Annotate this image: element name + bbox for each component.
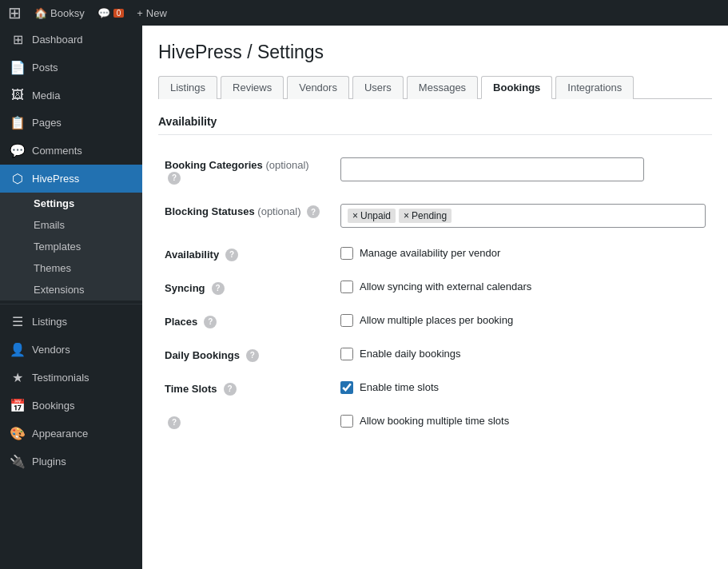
- time-slots-checkbox-label: Enable time slots: [360, 381, 439, 393]
- sidebar: ⊞ Dashboard 📄 Posts 🖼 Media 📋 Pages 💬 Co…: [0, 26, 142, 569]
- plugins-icon: 🔌: [10, 454, 26, 469]
- media-icon: 🖼: [10, 88, 26, 102]
- tab-listings[interactable]: Listings: [158, 76, 217, 99]
- availability-label: Availability ?: [158, 237, 334, 271]
- daily-bookings-row: Daily Bookings ? Enable daily bookings: [158, 338, 712, 372]
- submenu-settings[interactable]: Settings: [0, 193, 142, 214]
- site-name[interactable]: 🏠 Booksy: [34, 7, 85, 19]
- sidebar-item-media[interactable]: 🖼 Media: [0, 82, 142, 109]
- booking-categories-row: Booking Categories (optional) ?: [158, 148, 712, 194]
- sidebar-item-plugins[interactable]: 🔌 Plugins: [0, 448, 142, 475]
- bookings-icon: 📅: [10, 398, 26, 413]
- time-slots-checkbox[interactable]: [340, 381, 353, 394]
- blocking-statuses-label: Blocking Statuses (optional) ?: [158, 194, 334, 237]
- syncing-row: Syncing ? Allow syncing with external ca…: [158, 271, 712, 304]
- daily-bookings-checkbox-label: Enable daily bookings: [360, 348, 460, 360]
- sidebar-item-dashboard[interactable]: ⊞ Dashboard: [0, 26, 142, 54]
- submenu-extensions[interactable]: Extensions: [0, 279, 142, 300]
- syncing-label: Syncing ?: [158, 271, 334, 304]
- time-slots-row: Time Slots ? Enable time slots: [158, 372, 712, 405]
- availability-checkbox[interactable]: [340, 247, 353, 260]
- daily-bookings-checkbox[interactable]: [340, 348, 353, 360]
- tab-reviews[interactable]: Reviews: [221, 76, 284, 99]
- syncing-checkbox-label: Allow syncing with external calendars: [360, 281, 531, 292]
- listings-icon: ☰: [10, 314, 26, 329]
- home-icon: 🏠: [34, 7, 47, 19]
- submenu-themes[interactable]: Themes: [0, 257, 142, 279]
- vendors-icon: 👤: [10, 342, 26, 357]
- multiple-time-slots-row: ? Allow booking multiple time slots: [158, 405, 712, 439]
- multiple-time-slots-label: ?: [158, 405, 334, 439]
- booking-categories-help[interactable]: ?: [168, 172, 181, 185]
- syncing-checkbox-row: Allow syncing with external calendars: [340, 281, 706, 293]
- sidebar-item-listings[interactable]: ☰ Listings: [0, 308, 142, 336]
- comments-adminbar[interactable]: 💬 0: [97, 7, 125, 19]
- syncing-help[interactable]: ?: [212, 282, 225, 295]
- places-row: Places ? Allow multiple places per booki…: [158, 304, 712, 338]
- sidebar-item-comments[interactable]: 💬 Comments: [0, 137, 142, 165]
- comment-bubble-icon: 💬: [97, 7, 110, 19]
- sidebar-item-pages[interactable]: 📋 Pages: [0, 109, 142, 137]
- sidebar-item-testimonials[interactable]: ★ Testimonials: [0, 364, 142, 392]
- multiple-time-slots-checkbox-label: Allow booking multiple time slots: [360, 415, 509, 427]
- syncing-checkbox[interactable]: [340, 281, 353, 293]
- tab-bookings[interactable]: Bookings: [481, 76, 552, 99]
- sidebar-item-hivepress[interactable]: ⬡ HivePress: [0, 165, 142, 193]
- submenu-templates[interactable]: Templates: [0, 236, 142, 257]
- sidebar-item-posts[interactable]: 📄 Posts: [0, 54, 142, 82]
- places-checkbox[interactable]: [340, 314, 353, 327]
- posts-icon: 📄: [10, 60, 26, 75]
- multiple-time-slots-checkbox-row: Allow booking multiple time slots: [340, 415, 706, 428]
- tab-vendors[interactable]: Vendors: [287, 76, 349, 99]
- tab-users[interactable]: Users: [352, 76, 404, 99]
- daily-bookings-label: Daily Bookings ?: [158, 338, 334, 372]
- tag-pending: × Pending: [399, 209, 452, 223]
- sidebar-item-vendors[interactable]: 👤 Vendors: [0, 336, 142, 364]
- multiple-time-slots-help[interactable]: ?: [168, 416, 181, 429]
- places-checkbox-label: Allow multiple places per booking: [360, 314, 513, 326]
- places-label: Places ?: [158, 304, 334, 338]
- blocking-statuses-input[interactable]: × Unpaid × Pending: [340, 204, 706, 228]
- new-content-button[interactable]: + New: [137, 7, 167, 19]
- time-slots-checkbox-row: Enable time slots: [340, 381, 706, 394]
- tab-integrations[interactable]: Integrations: [555, 76, 634, 99]
- testimonials-icon: ★: [10, 370, 26, 385]
- page-title: HivePress / Settings: [158, 42, 712, 63]
- blocking-statuses-row: Blocking Statuses (optional) ? × Unpaid: [158, 194, 712, 237]
- time-slots-label: Time Slots ?: [158, 372, 334, 405]
- hivepress-submenu: Settings Emails Templates Themes Extensi…: [0, 193, 142, 300]
- time-slots-help[interactable]: ?: [224, 383, 237, 396]
- booking-categories-input[interactable]: [340, 157, 644, 181]
- multiple-time-slots-checkbox[interactable]: [340, 415, 353, 428]
- settings-tabs: Listings Reviews Vendors Users Messages …: [158, 76, 712, 99]
- tag-unpaid: × Unpaid: [348, 209, 396, 223]
- settings-form: Booking Categories (optional) ? Blocking…: [158, 148, 712, 439]
- blocking-statuses-help[interactable]: ?: [307, 205, 320, 218]
- places-help[interactable]: ?: [204, 316, 217, 328]
- sidebar-item-bookings[interactable]: 📅 Bookings: [0, 392, 142, 420]
- availability-row: Availability ? Manage availability per v…: [158, 237, 712, 271]
- main-content: HivePress / Settings Listings Reviews Ve…: [142, 26, 728, 569]
- availability-section-title: Availability: [158, 115, 712, 135]
- availability-checkbox-label: Manage availability per vendor: [360, 247, 500, 259]
- appearance-icon: 🎨: [10, 426, 26, 441]
- wp-logo[interactable]: ⊞: [8, 3, 22, 22]
- sidebar-item-appearance[interactable]: 🎨 Appearance: [0, 420, 142, 448]
- pages-icon: 📋: [10, 115, 26, 130]
- dashboard-icon: ⊞: [10, 32, 26, 47]
- hivepress-icon: ⬡: [10, 171, 26, 186]
- tab-messages[interactable]: Messages: [407, 76, 478, 99]
- submenu-emails[interactable]: Emails: [0, 214, 142, 236]
- comments-icon: 💬: [10, 143, 26, 158]
- admin-bar: ⊞ 🏠 Booksy 💬 0 + New: [0, 0, 728, 26]
- places-checkbox-row: Allow multiple places per booking: [340, 314, 706, 327]
- availability-help[interactable]: ?: [225, 249, 238, 261]
- availability-checkbox-row: Manage availability per vendor: [340, 247, 706, 260]
- daily-bookings-help[interactable]: ?: [246, 349, 259, 362]
- daily-bookings-checkbox-row: Enable daily bookings: [340, 348, 706, 360]
- booking-categories-label: Booking Categories (optional) ?: [158, 148, 334, 194]
- plus-icon: +: [137, 7, 143, 19]
